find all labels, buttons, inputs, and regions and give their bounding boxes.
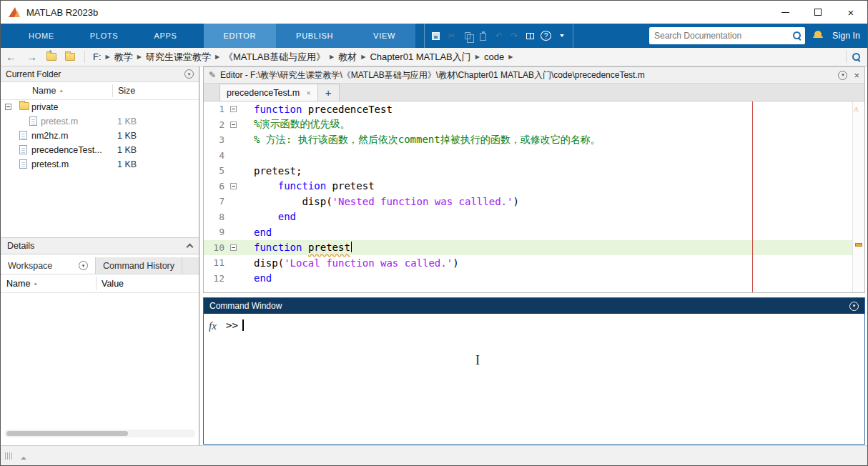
- window-title: MATLAB R2023b: [26, 7, 98, 18]
- layout-icon[interactable]: [525, 29, 536, 43]
- ribbon-tab-home[interactable]: HOME: [11, 24, 72, 48]
- cut-icon[interactable]: ✂: [446, 29, 457, 43]
- help-icon[interactable]: ?: [541, 31, 551, 41]
- file-row[interactable]: pretest.m1 KB: [1, 157, 199, 172]
- undo-icon[interactable]: ↶: [493, 29, 504, 43]
- save-icon[interactable]: [430, 29, 441, 43]
- tab-command-history[interactable]: Command History: [96, 257, 182, 274]
- editor-tab-label: precedenceTest.m: [227, 88, 300, 98]
- ribbon-tab-plots[interactable]: PLOTS: [72, 24, 137, 48]
- paste-icon[interactable]: [478, 29, 488, 43]
- code-line[interactable]: 7 disp('Nested function was callled.'): [204, 194, 864, 209]
- file-row[interactable]: private: [1, 100, 199, 114]
- workspace-column-value[interactable]: Value: [102, 279, 124, 289]
- workspace-column-name[interactable]: Name▲: [6, 279, 38, 289]
- fx-icon[interactable]: fx: [209, 320, 217, 332]
- workspace-column-separator[interactable]: [96, 277, 97, 290]
- code-area[interactable]: 1function precedenceTest2%演示函数的优先级。3% 方法…: [204, 101, 864, 292]
- code-line[interactable]: 9end: [204, 224, 864, 240]
- ribbon-tab-apps[interactable]: APPS: [136, 24, 194, 48]
- mfile-icon: [19, 159, 27, 169]
- tab-close-icon[interactable]: ×: [306, 89, 310, 97]
- workspace-menu-icon[interactable]: ▾: [79, 261, 88, 270]
- statusbar-grip[interactable]: [5, 452, 12, 460]
- toolbar-menu-icon[interactable]: [556, 29, 567, 43]
- code-line[interactable]: 5pretest;: [204, 163, 864, 179]
- breadcrumb-segment[interactable]: 教材: [335, 49, 360, 65]
- current-folder-menu-icon[interactable]: ▾: [184, 69, 194, 79]
- breadcrumb-segment[interactable]: 教学: [112, 49, 136, 65]
- titlebar: MATLAB R2023b ×: [1, 1, 867, 24]
- notifications-bell-icon[interactable]: [813, 30, 823, 40]
- command-window-body[interactable]: fx >>: [204, 314, 864, 444]
- breadcrumb-segment[interactable]: 研究生课堂教学: [143, 49, 214, 65]
- breadcrumb-separator-icon: ▶: [137, 54, 142, 60]
- doc-search-input[interactable]: [649, 31, 792, 41]
- command-window-menu-icon[interactable]: ▾: [849, 302, 859, 311]
- breadcrumb-separator-icon: ▶: [330, 54, 334, 60]
- line-number: 6: [204, 181, 227, 192]
- code-line[interactable]: 3% 方法: 执行该函数，然后依次comment掉被执行的函数，或修改它的名称。: [204, 132, 864, 148]
- details-bar[interactable]: Details: [1, 237, 199, 254]
- sign-in-button[interactable]: Sign In: [832, 24, 860, 48]
- warning-marker[interactable]: [855, 243, 862, 247]
- code-lines: 1function precedenceTest2%演示函数的优先级。3% 方法…: [204, 101, 864, 286]
- collapse-chevron-icon[interactable]: [187, 244, 194, 251]
- up-one-level-icon[interactable]: ↑: [46, 53, 56, 61]
- ribbon-tab-view[interactable]: VIEW: [353, 24, 415, 48]
- code-line[interactable]: 8 end: [204, 209, 864, 225]
- code-line[interactable]: 10function pretest: [204, 240, 864, 256]
- code-token: function: [278, 180, 326, 192]
- editor-header: ✎ Editor - F:\教学\研究生课堂教学\《MATLAB基础与应用》\教…: [204, 67, 864, 84]
- column-header-name[interactable]: Name▲: [32, 86, 64, 96]
- ribbon-tab-editor[interactable]: EDITOR: [204, 24, 277, 48]
- code-line[interactable]: 12end: [204, 271, 864, 287]
- code-line[interactable]: 2%演示函数的优先级。: [204, 117, 864, 133]
- code-fold-icon[interactable]: [230, 106, 237, 112]
- browse-folder-icon[interactable]: [65, 53, 75, 61]
- tab-precedencetest[interactable]: precedenceTest.m ×: [220, 84, 318, 101]
- column-separator[interactable]: [112, 84, 113, 97]
- code-line[interactable]: 1function precedenceTest: [204, 101, 864, 117]
- doc-search-icon[interactable]: [792, 31, 802, 41]
- editor-close-icon[interactable]: ×: [854, 71, 859, 80]
- code-fold-icon[interactable]: [230, 122, 237, 128]
- window-controls: ×: [769, 1, 867, 24]
- code-line[interactable]: 4: [204, 148, 864, 164]
- scrollbar-thumb[interactable]: [6, 431, 128, 436]
- breadcrumb-separator-icon: ▶: [361, 54, 365, 60]
- code-fold-icon[interactable]: [230, 244, 237, 251]
- address-search-icon[interactable]: [852, 52, 862, 62]
- file-row[interactable]: pretest.m1 KB: [1, 114, 199, 129]
- redo-icon[interactable]: ↷: [509, 29, 520, 43]
- tab-workspace[interactable]: Workspace ▾: [1, 257, 96, 274]
- maximize-button[interactable]: [802, 1, 834, 24]
- column-header-size[interactable]: Size: [118, 86, 135, 96]
- new-tab-button[interactable]: +: [318, 84, 340, 101]
- minimize-button[interactable]: [769, 1, 802, 24]
- editor-menu-icon[interactable]: ▾: [838, 71, 847, 80]
- close-button[interactable]: ×: [834, 1, 867, 24]
- horizontal-scrollbar[interactable]: [4, 430, 195, 437]
- code-token: %演示函数的优先级。: [254, 118, 350, 129]
- address-divider: [84, 51, 85, 63]
- file-row[interactable]: precedenceTest...1 KB: [1, 143, 199, 157]
- code-line[interactable]: 11disp('Local function was called.'): [204, 255, 864, 271]
- statusbar: [1, 445, 867, 465]
- code-fold-icon[interactable]: [230, 183, 237, 189]
- editor-caret: [351, 242, 352, 252]
- command-window-header: Command Window ▾: [204, 298, 864, 314]
- warning-icon[interactable]: ⚠: [854, 104, 859, 114]
- breadcrumb-segment[interactable]: F:: [90, 50, 104, 64]
- breadcrumb-segment[interactable]: 《MATLAB基础与应用》: [221, 49, 328, 65]
- ribbon-tab-publish[interactable]: PUBLISH: [276, 24, 353, 48]
- code-line[interactable]: 6 function pretest: [204, 179, 864, 194]
- back-icon[interactable]: ←: [6, 51, 16, 62]
- breadcrumb-segment[interactable]: Chapter01 MATLAB入门: [367, 49, 473, 65]
- breadcrumb-segment[interactable]: code: [481, 50, 507, 64]
- file-row[interactable]: nm2hz.m1 KB: [1, 129, 199, 143]
- expander-icon[interactable]: [5, 104, 11, 110]
- copy-icon[interactable]: [462, 29, 473, 43]
- forward-icon[interactable]: →: [26, 51, 37, 62]
- code-text: function precedenceTest: [240, 104, 393, 115]
